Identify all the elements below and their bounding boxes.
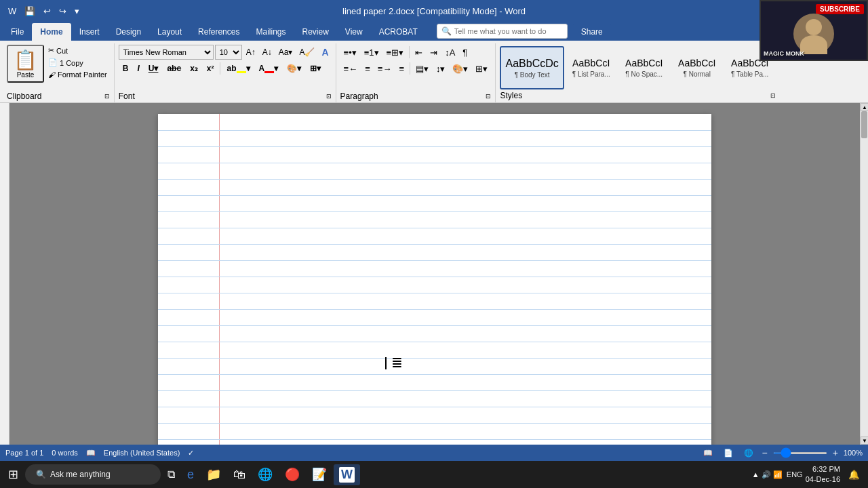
video-content: MAGIC MONK — [761, 1, 867, 60]
font-family-select[interactable]: Times New Roman Arial Calibri — [119, 45, 214, 60]
copy-button[interactable]: 📄 1 Copy — [45, 57, 110, 68]
styles-expand-icon[interactable]: ⊡ — [770, 92, 776, 99]
tab-view[interactable]: View — [337, 23, 371, 41]
justify-button[interactable]: ≡ — [395, 61, 408, 76]
tell-me-search[interactable]: 🔍 — [437, 24, 568, 39]
style-list-para[interactable]: AaBbCcI ¶ List Para... — [566, 46, 617, 89]
taskbar-right: ▲ 🔊 📶 ENG 6:32 PM 04-Dec-16 🔔 — [752, 464, 865, 485]
paste-icon: 📋 — [14, 49, 37, 71]
edge-button[interactable]: e — [182, 465, 199, 485]
font-size-select[interactable]: 10 11 12 — [215, 45, 242, 60]
scroll-down-arrow[interactable]: ▼ — [861, 436, 868, 445]
windows-icon: ⊞ — [8, 467, 18, 482]
multilevel-button[interactable]: ≡⊞▾ — [383, 45, 408, 60]
customize-quick-access-button[interactable]: ▾ — [72, 5, 82, 18]
tab-home[interactable]: Home — [32, 23, 71, 41]
paragraph-expand-icon[interactable]: ⊡ — [486, 93, 491, 100]
sort-button[interactable]: ↕A — [441, 45, 458, 60]
save-button[interactable]: 💾 — [22, 5, 38, 18]
scroll-thumb[interactable] — [861, 111, 867, 138]
style-no-spacing[interactable]: AaBbCcI ¶ No Spac... — [618, 46, 670, 89]
align-right-button[interactable]: ≡→ — [374, 61, 395, 76]
view-print-button[interactable]: 📄 — [721, 449, 736, 458]
paste-button[interactable]: 📋 Paste — [7, 45, 44, 83]
scroll-up-arrow[interactable]: ▲ — [861, 103, 868, 111]
align-center-button[interactable]: ≡ — [361, 61, 374, 76]
style-normal[interactable]: AaBbCcI ¶ Normal — [671, 46, 723, 89]
tab-acrobat[interactable]: ACROBAT — [371, 23, 426, 41]
bold-button[interactable]: B — [119, 61, 133, 76]
numbering-button[interactable]: ≡1▾ — [361, 45, 382, 60]
scroll-track[interactable] — [861, 111, 868, 436]
paragraph-section: ≡•▾ ≡1▾ ≡⊞▾ ⇤ ⇥ ↕A ¶ ≡← ≡ ≡→ ≡ ▤▾ ↕▾ 🎨▾ … — [340, 45, 492, 92]
notifications-button[interactable]: 🔔 — [843, 467, 865, 483]
folder-button[interactable]: 📁 — [201, 464, 226, 485]
font-color-button[interactable]: A▾ — [255, 61, 283, 76]
text-highlight-button[interactable]: ab▾ — [222, 61, 254, 76]
strikethrough-button[interactable]: abc — [163, 61, 185, 76]
tab-mailings[interactable]: Mailings — [248, 23, 294, 41]
tab-design[interactable]: Design — [108, 23, 149, 41]
subscript-button[interactable]: x₂ — [186, 61, 202, 76]
borders-para-button[interactable]: ⊞▾ — [472, 61, 491, 76]
taskbar-search-button[interactable]: 🔍 Ask me anything — [25, 464, 161, 485]
taskview-button[interactable]: ⧉ — [162, 466, 180, 483]
font-grow-button[interactable]: A↑ — [243, 45, 258, 60]
lined-paper-line — [158, 325, 711, 326]
browser-button[interactable]: 🌐 — [252, 464, 278, 485]
zoom-in-button[interactable]: + — [833, 447, 838, 458]
language-indicator: 📖 — [86, 449, 96, 458]
font-label-row: Font ⊡ — [119, 92, 332, 101]
tell-me-input[interactable] — [454, 27, 563, 35]
shading-button[interactable]: 🎨▾ — [283, 61, 305, 76]
font-shrink-button[interactable]: A↓ — [260, 45, 275, 60]
line-spacing-button[interactable]: ↕▾ — [433, 61, 449, 76]
chrome-button[interactable]: 🔴 — [279, 464, 305, 485]
font-expand-icon[interactable]: ⊡ — [326, 93, 332, 100]
document-page[interactable]: ≣ — [158, 114, 711, 445]
clipboard-label: Clipboard — [7, 92, 41, 101]
clear-format-button[interactable]: A🧹 — [296, 45, 317, 60]
superscript-button[interactable]: x² — [203, 61, 218, 76]
undo-button[interactable]: ↩ — [41, 5, 54, 18]
clipboard-expand-icon[interactable]: ⊡ — [104, 93, 110, 100]
underline-button[interactable]: U▾ — [144, 61, 163, 76]
share-button[interactable]: Share — [573, 23, 611, 41]
bullets-button[interactable]: ≡•▾ — [340, 45, 360, 60]
text-effects-button[interactable]: A — [319, 45, 331, 60]
view-web-button[interactable]: 🌐 — [741, 449, 756, 458]
lined-paper-line — [158, 293, 711, 293]
view-read-button[interactable]: 📖 — [701, 449, 715, 458]
tab-review[interactable]: Review — [294, 23, 336, 41]
style-preview-4: AaBbCcI — [678, 58, 715, 69]
align-left-button[interactable]: ≡← — [340, 61, 361, 76]
borders-button[interactable]: ⊞▾ — [306, 61, 325, 76]
show-formatting-button[interactable]: ¶ — [459, 45, 471, 60]
cut-button[interactable]: ✂ Cut — [45, 45, 110, 56]
quick-access-toolbar: W 💾 ↩ ↪ ▾ — [5, 5, 82, 18]
format-painter-button[interactable]: 🖌 Format Painter — [45, 69, 110, 80]
tab-references[interactable]: References — [190, 23, 248, 41]
shading-para-button[interactable]: 🎨▾ — [449, 61, 471, 76]
taskbar: ⊞ 🔍 Ask me anything ⧉ e 📁 🛍 🌐 🔴 📝 W ▲ 🔊 … — [0, 461, 868, 488]
increase-indent-button[interactable]: ⇥ — [427, 45, 441, 60]
italic-button[interactable]: I — [133, 61, 143, 76]
change-case-button[interactable]: Aa▾ — [276, 45, 296, 60]
style-body-text[interactable]: AaBbCcDc ¶ Body Text — [500, 46, 564, 89]
tab-file[interactable]: File — [3, 23, 32, 41]
zoom-out-button[interactable]: − — [762, 447, 767, 458]
search-icon: 🔍 — [36, 470, 46, 479]
column-button[interactable]: ▤▾ — [412, 61, 432, 76]
vertical-scrollbar[interactable]: ▲ ▼ — [860, 103, 868, 445]
tab-layout[interactable]: Layout — [149, 23, 190, 41]
redo-button[interactable]: ↪ — [56, 5, 69, 18]
word-icon-button[interactable]: W — [5, 5, 19, 18]
document-area[interactable]: ≣ — [9, 103, 860, 445]
notes-button[interactable]: 📝 — [307, 464, 332, 485]
store-button[interactable]: 🛍 — [228, 465, 251, 485]
start-button[interactable]: ⊞ — [3, 464, 24, 485]
zoom-slider[interactable] — [773, 452, 827, 454]
decrease-indent-button[interactable]: ⇤ — [412, 45, 426, 60]
tab-insert[interactable]: Insert — [71, 23, 108, 41]
word-taskbar-button[interactable]: W — [334, 464, 360, 485]
